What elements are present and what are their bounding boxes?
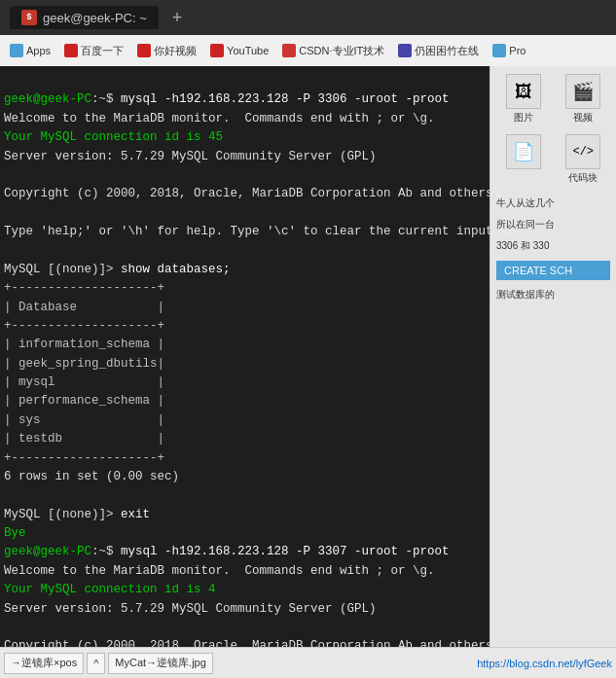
code-icon: </>	[565, 134, 600, 169]
doc-icon: 📄	[506, 134, 541, 169]
title-bar: $ geek@geek-PC: ~ +	[0, 0, 616, 35]
overlay-bottom-text: 测试数据库的	[490, 284, 616, 305]
overlay-icon-image[interactable]: 🖼 图片	[494, 70, 553, 128]
tab-label: geek@geek-PC: ~	[43, 11, 147, 25]
bottom-taskbar: →逆镜库×pos ^ MyCat→逆镜库.jpg https://blog.cs…	[0, 647, 616, 678]
pro-icon	[492, 44, 506, 57]
taskbar-csdn[interactable]: CSDN·专业IT技术	[276, 38, 390, 63]
bottom-item-3[interactable]: MyCat→逆镜库.jpg	[108, 653, 213, 674]
overlay-panel: 🖼 图片 🎬 视频 📄 </> 代码块 牛人从这几个	[489, 66, 616, 647]
bottom-item-2[interactable]: ^	[87, 653, 105, 674]
terminal-window: $ geek@geek-PC: ~ + Apps 百度一下 你好视频 YouTu…	[0, 0, 616, 678]
taskbar-video[interactable]: 你好视频	[131, 38, 202, 63]
video-icon	[137, 44, 151, 57]
overlay-icons: 🖼 图片 🎬 视频 📄 </> 代码块	[490, 66, 616, 193]
apps-icon	[10, 44, 23, 57]
video-icon-2: 🎬	[565, 74, 600, 109]
terminal-tab[interactable]: $ geek@geek-PC: ~	[10, 6, 159, 29]
taskbar-apps[interactable]: Apps	[4, 38, 56, 63]
new-tab-button[interactable]: +	[168, 8, 187, 28]
image-icon: 🖼	[506, 74, 541, 109]
main-area: geek@geek-PC:~$ mysql -h192.168.223.128 …	[0, 66, 616, 647]
browser-taskbar: Apps 百度一下 你好视频 YouTube CSDN·专业IT技术 仍困困竹在…	[0, 35, 616, 66]
online-icon	[398, 44, 412, 57]
overlay-icon-doc[interactable]: 📄	[494, 130, 553, 189]
baidu-icon	[64, 44, 78, 57]
taskbar-youtube[interactable]: YouTube	[204, 38, 274, 63]
csdn-icon	[282, 44, 296, 57]
overlay-text-3: 3306 和 330	[490, 235, 616, 257]
terminal-tab-icon: $	[21, 10, 37, 25]
taskbar-pro[interactable]: Pro	[487, 38, 531, 63]
bottom-item-1[interactable]: →逆镜库×pos	[4, 653, 84, 674]
overlay-icon-video[interactable]: 🎬 视频	[555, 70, 613, 128]
taskbar-baidu[interactable]: 百度一下	[58, 38, 129, 63]
overlay-text-2: 所以在同一台	[490, 214, 616, 235]
overlay-text-1: 牛人从这几个	[490, 193, 616, 214]
url-bar: https://blog.csdn.net/lyfGeek	[477, 658, 612, 669]
taskbar-online[interactable]: 仍困困竹在线	[392, 38, 485, 63]
youtube-icon	[210, 44, 224, 57]
overlay-icon-code[interactable]: </> 代码块	[555, 130, 613, 189]
create-schema-button[interactable]: CREATE SCH	[496, 261, 610, 280]
